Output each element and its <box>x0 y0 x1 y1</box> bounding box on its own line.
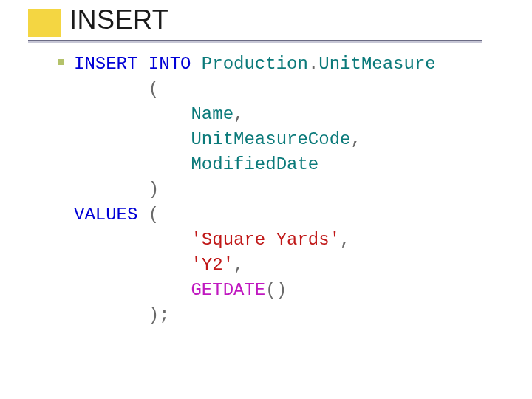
close-paren: ) <box>149 180 159 200</box>
title-rule-light <box>28 41 482 43</box>
slide: INSERT INSERT INTO Production.UnitMeasur… <box>0 0 532 399</box>
string-literal-1: 'Square Yards' <box>191 230 340 250</box>
open-paren: ( <box>149 79 159 99</box>
slide-title: INSERT <box>69 4 168 35</box>
keyword-values: VALUES <box>74 205 137 225</box>
comma-1: , <box>233 104 244 124</box>
column-name-1: Name <box>191 104 233 124</box>
terminator: ); <box>149 305 170 325</box>
open-paren-2: ( <box>149 205 159 225</box>
function-parens: () <box>265 280 287 300</box>
schema-name: Production <box>202 54 308 74</box>
comma-3: , <box>340 230 350 250</box>
sql-code-block: INSERT INTO Production.UnitMeasure ( Nam… <box>74 52 436 328</box>
comma-4: , <box>233 255 244 275</box>
keyword-into: INTO <box>149 54 191 74</box>
title-accent-box <box>28 9 61 37</box>
bullet-icon <box>58 59 64 65</box>
string-literal-2: 'Y2' <box>191 255 233 275</box>
column-name-3: ModifiedDate <box>191 154 318 174</box>
comma-2: , <box>350 129 361 149</box>
table-name: UnitMeasure <box>318 54 435 74</box>
keyword-insert: INSERT <box>74 54 137 74</box>
function-getdate: GETDATE <box>191 280 265 300</box>
column-name-2: UnitMeasureCode <box>191 129 350 149</box>
dot-operator: . <box>308 54 318 74</box>
